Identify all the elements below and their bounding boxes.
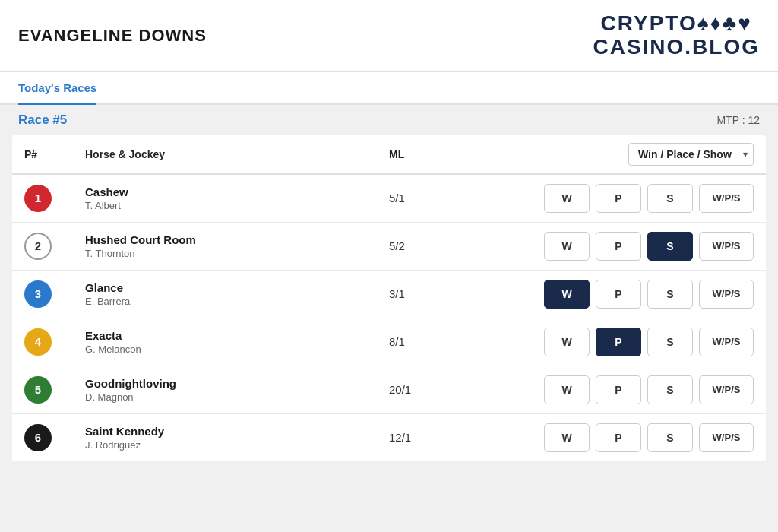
ml-value: 3/1	[389, 287, 465, 300]
header: EVANGELINE DOWNS CRYPTO♠♦♣♥ CASINO.BLOG	[0, 0, 778, 72]
bet-btn-w-p/s[interactable]: W/P/S	[699, 184, 754, 213]
table-row: 2Hushed Court RoomT. Thornton5/2WPSW/P/S	[12, 223, 766, 271]
race-table: P# Horse & Jockey ML Win / Place / Show …	[12, 135, 766, 461]
venue-title: EVANGELINE DOWNS	[18, 26, 207, 46]
horse-number-cell: 5	[24, 376, 85, 404]
horse-number-badge: 4	[24, 328, 52, 356]
horse-info: CashewT. Albert	[85, 185, 389, 211]
bet-btn-w[interactable]: W	[544, 375, 590, 404]
jockey-name: D. Magnon	[85, 391, 389, 403]
horse-number-badge: 3	[24, 280, 52, 308]
horses-container: 1CashewT. Albert5/1WPSW/P/S2Hushed Court…	[12, 175, 766, 461]
table-row: 6Saint KennedyJ. Rodriguez12/1WPSW/P/S	[12, 414, 766, 461]
bet-type-dropdown[interactable]: Win / Place / Show Win Place Show Exacta	[628, 143, 754, 166]
jockey-name: E. Barrera	[85, 296, 389, 307]
bet-btn-w-p/s[interactable]: W/P/S	[699, 423, 754, 452]
horse-name: Goodnightloving	[85, 377, 389, 390]
col-horse-header: Horse & Jockey	[85, 148, 389, 160]
horse-number-cell: 3	[24, 280, 85, 308]
horse-info: Saint KennedyJ. Rodriguez	[85, 425, 389, 451]
bet-btn-p[interactable]: P	[596, 328, 641, 356]
bet-btn-w[interactable]: W	[544, 423, 590, 452]
horse-number-cell: 2	[24, 233, 85, 260]
bet-btn-w-p/s[interactable]: W/P/S	[699, 232, 754, 261]
horse-number-cell: 6	[24, 424, 85, 451]
horse-info: Hushed Court RoomT. Thornton	[85, 233, 389, 259]
table-row: 3GlanceE. Barrera3/1WPSW/P/S	[12, 271, 766, 318]
table-row: 4ExactaG. Melancon8/1WPSW/P/S	[12, 318, 766, 366]
bet-buttons: WPSW/P/S	[465, 184, 754, 213]
ml-value: 20/1	[389, 383, 465, 396]
bet-btn-p[interactable]: P	[596, 280, 641, 309]
horse-number-badge: 6	[24, 424, 52, 451]
bet-buttons: WPSW/P/S	[465, 375, 754, 404]
bet-btn-s[interactable]: S	[647, 375, 693, 404]
bet-buttons: WPSW/P/S	[465, 232, 754, 261]
bet-btn-s[interactable]: S	[647, 184, 693, 213]
jockey-name: G. Melancon	[85, 344, 389, 355]
bet-buttons: WPSW/P/S	[465, 328, 754, 356]
horse-number-badge: 1	[24, 185, 52, 212]
horse-name: Cashew	[85, 185, 389, 198]
bet-btn-w[interactable]: W	[544, 280, 590, 309]
bet-type-dropdown-wrapper[interactable]: Win / Place / Show Win Place Show Exacta…	[628, 143, 754, 166]
horse-name: Hushed Court Room	[85, 233, 389, 246]
bet-type-selector: Win / Place / Show Win Place Show Exacta…	[465, 143, 754, 166]
bet-btn-p[interactable]: P	[596, 184, 641, 213]
race-header: Race #5 MTP : 12	[0, 105, 778, 135]
horse-name: Saint Kennedy	[85, 425, 389, 438]
bet-btn-p[interactable]: P	[596, 423, 641, 452]
today-races-link[interactable]: Today's Races	[18, 72, 96, 105]
nav-bar: Today's Races	[0, 72, 778, 105]
table-row: 5GoodnightlovingD. Magnon20/1WPSW/P/S	[12, 366, 766, 414]
bet-btn-w[interactable]: W	[544, 184, 590, 213]
jockey-name: J. Rodriguez	[85, 439, 389, 451]
mtp-info: MTP : 12	[716, 114, 760, 126]
bet-btn-s[interactable]: S	[647, 423, 693, 452]
bet-btn-w-p/s[interactable]: W/P/S	[699, 375, 754, 404]
jockey-name: T. Thornton	[85, 248, 389, 259]
bet-btn-w[interactable]: W	[544, 232, 590, 261]
bet-btn-p[interactable]: P	[596, 232, 641, 261]
table-header: P# Horse & Jockey ML Win / Place / Show …	[12, 135, 766, 175]
jockey-name: T. Albert	[85, 200, 389, 211]
ml-value: 12/1	[389, 431, 465, 444]
ml-value: 8/1	[389, 335, 465, 348]
horse-number-cell: 1	[24, 185, 85, 212]
horse-name: Glance	[85, 281, 389, 294]
bet-buttons: WPSW/P/S	[465, 280, 754, 309]
logo-line2: CASINO.BLOG	[593, 36, 760, 59]
ml-value: 5/2	[389, 239, 465, 252]
horse-info: GlanceE. Barrera	[85, 281, 389, 307]
horse-info: GoodnightlovingD. Magnon	[85, 377, 389, 403]
horse-name: Exacta	[85, 329, 389, 342]
horse-number-badge: 2	[24, 233, 52, 260]
horse-number-badge: 5	[24, 376, 52, 404]
bet-btn-w-p/s[interactable]: W/P/S	[699, 280, 754, 309]
horse-info: ExactaG. Melancon	[85, 329, 389, 355]
bet-btn-s[interactable]: S	[647, 328, 693, 356]
bet-btn-w[interactable]: W	[544, 328, 590, 356]
bet-btn-p[interactable]: P	[596, 375, 641, 404]
logo-area: CRYPTO♠♦♣♥ CASINO.BLOG	[593, 12, 760, 59]
col-p-header: P#	[24, 148, 85, 160]
logo-line1: CRYPTO♠♦♣♥	[601, 12, 752, 36]
horse-number-cell: 4	[24, 328, 85, 356]
bet-buttons: WPSW/P/S	[465, 423, 754, 452]
bet-btn-s[interactable]: S	[647, 232, 693, 261]
race-number: Race #5	[18, 112, 67, 128]
page-wrapper: EVANGELINE DOWNS CRYPTO♠♦♣♥ CASINO.BLOG …	[0, 0, 778, 532]
col-ml-header: ML	[389, 148, 465, 160]
bet-btn-w-p/s[interactable]: W/P/S	[699, 328, 754, 356]
bet-btn-s[interactable]: S	[647, 280, 693, 309]
table-row: 1CashewT. Albert5/1WPSW/P/S	[12, 175, 766, 223]
ml-value: 5/1	[389, 192, 465, 204]
